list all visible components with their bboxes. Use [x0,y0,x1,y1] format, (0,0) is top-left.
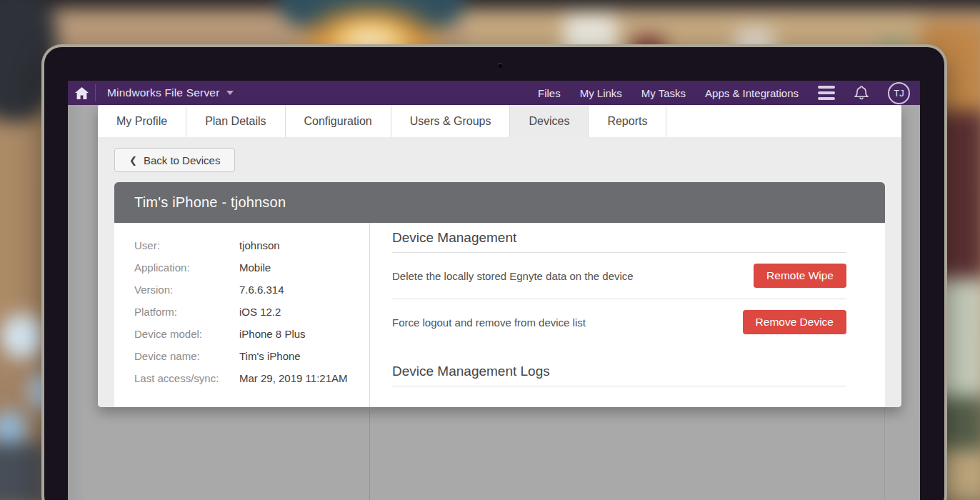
brand-name: Mindworks File Server [107,86,220,99]
dialog-body: ❮ Back to Devices Tim's iPhone - tjohnso… [98,137,901,407]
back-to-devices-button[interactable]: ❮ Back to Devices [114,148,235,172]
detail-row-application: Application: Mobile [134,256,369,279]
detail-value: iPhone 8 Plus [239,328,306,340]
nav-link-my-tasks[interactable]: My Tasks [641,87,686,99]
device-panel-title: Tim's iPhone - tjohnson [134,194,286,211]
remove-device-description: Force logout and remove from device list [392,316,586,329]
detail-value: Mar 29, 2019 11:21AM [239,372,347,384]
hamburger-menu-icon[interactable] [818,84,835,101]
device-management-column: Device Management Delete the locally sto… [370,223,885,407]
remote-wipe-row: Delete the locally stored Egnyte data on… [392,253,846,299]
detail-label: Application: [134,261,239,274]
chevron-left-icon: ❮ [129,155,137,166]
detail-value: 7.6.6.314 [239,284,284,296]
detail-row-user: User: tjohnson [134,234,369,256]
detail-label: Version: [134,284,239,296]
navbar-divider [95,84,96,101]
device-details-column: User: tjohnson Application: Mobile Versi… [114,223,369,407]
camera-dot [498,63,503,68]
back-button-label: Back to Devices [144,154,221,166]
scene: Mindworks File Server Files My Links My … [0,0,980,500]
detail-row-device-name: Device name: Tim's iPhone [134,345,369,367]
detail-row-last-access: Last access/sync: Mar 29, 2019 11:21AM [134,367,369,389]
remove-device-button[interactable]: Remove Device [743,310,846,334]
avatar-initials: TJ [894,88,904,99]
detail-value: iOS 12.2 [239,306,281,318]
remote-wipe-description: Delete the locally stored Egnyte data on… [392,270,634,282]
tab-configuration[interactable]: Configuration [286,105,391,137]
detail-value: Mobile [239,261,271,274]
detail-value: Tim's iPhone [239,350,301,362]
detail-row-platform: Platform: iOS 12.2 [134,301,369,323]
nav-link-apps-integrations[interactable]: Apps & Integrations [705,87,799,99]
tab-my-profile[interactable]: My Profile [98,105,186,137]
device-panel-content: User: tjohnson Application: Mobile Versi… [114,223,885,407]
detail-label: Device model: [134,328,239,340]
tab-plan-details[interactable]: Plan Details [186,105,285,137]
remote-wipe-button[interactable]: Remote Wipe [754,264,846,288]
brand-dropdown[interactable]: Mindworks File Server [107,86,234,99]
detail-value: tjohnson [239,239,280,251]
detail-label: Platform: [134,306,239,318]
detail-label: User: [134,239,239,251]
background-content-divider [369,411,370,500]
notifications-bell-icon[interactable] [854,86,869,101]
device-detail-dialog: My Profile Plan Details Configuration Us… [98,105,901,407]
section-divider [392,386,846,386]
device-management-logs-heading: Device Management Logs [392,364,846,386]
detail-row-version: Version: 7.6.6.314 [134,279,369,301]
top-navbar: Mindworks File Server Files My Links My … [68,81,920,105]
detail-label: Last access/sync: [134,372,239,384]
avatar[interactable]: TJ [888,82,910,104]
caret-down-icon [226,91,234,95]
home-icon [75,87,89,99]
tab-devices[interactable]: Devices [510,105,589,137]
detail-label: Device name: [134,350,239,362]
dimmed-page-overlay [68,105,85,500]
device-panel-header: Tim's iPhone - tjohnson [114,182,885,223]
detail-row-device-model: Device model: iPhone 8 Plus [134,323,369,345]
nav-link-my-links[interactable]: My Links [580,87,622,99]
tab-reports[interactable]: Reports [589,105,666,137]
device-panel: Tim's iPhone - tjohnson User: tjohnson A… [114,182,885,407]
screen: Mindworks File Server Files My Links My … [68,81,920,500]
tab-users-groups[interactable]: Users & Groups [391,105,511,137]
settings-tabbar: My Profile Plan Details Configuration Us… [98,105,901,137]
device-management-heading: Device Management [392,230,846,252]
remove-device-row: Force logout and remove from device list… [392,299,846,345]
home-button[interactable] [68,81,95,105]
nav-link-files[interactable]: Files [538,87,561,99]
background-content-edge [884,395,885,500]
